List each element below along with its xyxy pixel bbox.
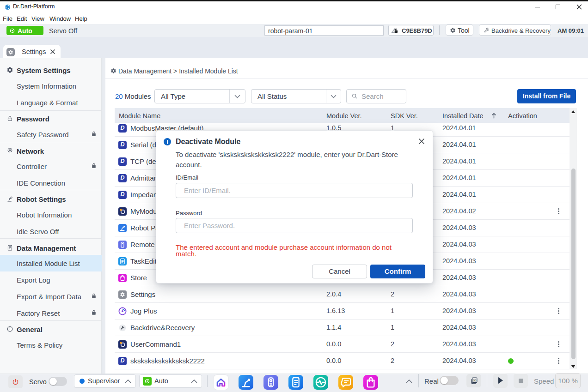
- svg-text:3D: 3D: [473, 379, 476, 382]
